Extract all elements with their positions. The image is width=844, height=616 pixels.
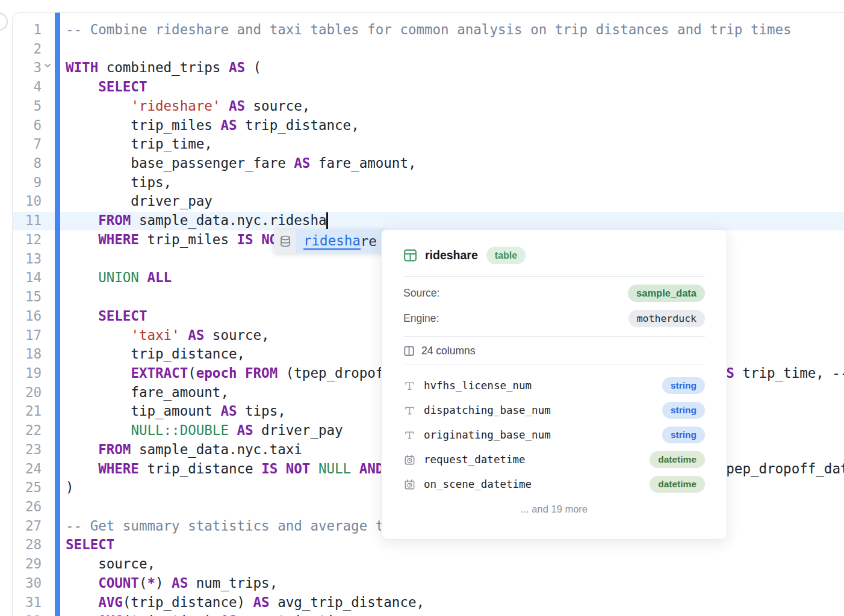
column-name: dispatching_base_num bbox=[424, 404, 662, 416]
line-number[interactable]: 19 bbox=[13, 364, 42, 383]
code-token: -- Combine rideshare and taxi tables for… bbox=[66, 22, 792, 37]
code-token bbox=[66, 575, 98, 591]
column-type-badge: string bbox=[662, 377, 705, 394]
line-number[interactable]: 28 bbox=[13, 535, 42, 555]
code-token bbox=[66, 365, 131, 381]
code-line[interactable]: trip_time, bbox=[66, 135, 844, 154]
code-line[interactable] bbox=[66, 40, 844, 59]
line-number[interactable]: 22 bbox=[13, 421, 42, 440]
code-token: SELECT bbox=[98, 79, 147, 94]
line-number[interactable]: 23 bbox=[13, 440, 42, 460]
line-number[interactable]: 6 bbox=[13, 116, 42, 135]
code-token: driver_pay bbox=[66, 193, 213, 209]
column-row: originating_base_num string bbox=[403, 427, 705, 443]
code-line[interactable]: COUNT(*) AS num_trips, bbox=[66, 574, 844, 593]
line-number[interactable]: 1 bbox=[13, 20, 42, 40]
line-number[interactable]: 11 bbox=[13, 211, 42, 230]
line-number[interactable]: 10 bbox=[13, 192, 42, 211]
code-token bbox=[180, 327, 188, 343]
code-line[interactable]: driver_pay bbox=[66, 192, 844, 211]
column-row: on_scene_datetime datetime bbox=[403, 476, 705, 493]
code-line[interactable]: AVG(trip_distance) AS avg_trip_distance, bbox=[66, 593, 844, 612]
code-token: source, bbox=[66, 556, 155, 571]
code-token bbox=[139, 270, 147, 285]
code-token: trip_miles bbox=[139, 232, 237, 247]
code-line[interactable]: WITH combined_trips AS ( bbox=[66, 58, 844, 78]
table-info-header: rideshare table bbox=[403, 245, 705, 265]
code-line[interactable]: source, bbox=[66, 555, 844, 574]
code-line[interactable]: trip_miles AS trip_distance, bbox=[66, 116, 844, 135]
code-token bbox=[66, 442, 98, 457]
code-token: SELECT bbox=[98, 308, 147, 324]
line-number[interactable]: 7 bbox=[13, 135, 42, 154]
line-number[interactable]: 5 bbox=[13, 97, 42, 116]
code-token bbox=[351, 461, 359, 476]
line-number[interactable]: 14 bbox=[13, 268, 42, 288]
code-token: sample_data.nyc.ridesha bbox=[131, 212, 326, 228]
line-number[interactable]: 18 bbox=[13, 345, 42, 364]
code-token: trip_miles bbox=[66, 117, 220, 133]
code-line[interactable]: 'rideshare' AS source, bbox=[66, 97, 844, 116]
code-token: trip_distance bbox=[139, 461, 261, 476]
code-token: fare_amount, bbox=[310, 155, 416, 171]
code-token bbox=[310, 461, 318, 476]
table-icon bbox=[403, 248, 417, 262]
code-token: WHERE bbox=[98, 232, 139, 247]
line-number[interactable]: 32 bbox=[13, 612, 42, 616]
code-line[interactable]: tips, bbox=[66, 173, 844, 192]
line-number[interactable]: 21 bbox=[13, 402, 42, 421]
code-token bbox=[278, 461, 286, 476]
line-number[interactable]: 31 bbox=[13, 593, 42, 612]
column-row: hvfhs_license_num string bbox=[403, 377, 705, 394]
code-token: AVG bbox=[98, 613, 123, 616]
code-token: source, bbox=[204, 327, 269, 343]
code-token: IS bbox=[261, 461, 278, 476]
code-token: avg_trip_distance, bbox=[270, 594, 424, 610]
code-token: AS bbox=[229, 98, 245, 114]
code-line[interactable]: SELECT bbox=[66, 78, 844, 97]
code-line[interactable]: base_passenger_fare AS fare_amount, bbox=[66, 154, 844, 173]
line-number[interactable]: 8 bbox=[13, 154, 42, 173]
code-token: ) bbox=[66, 479, 74, 495]
code-token: ALL bbox=[147, 270, 172, 285]
more-columns-text: ... and 19 more bbox=[403, 501, 705, 517]
line-number[interactable]: 17 bbox=[13, 326, 42, 345]
line-number[interactable]: 27 bbox=[13, 517, 42, 536]
code-line[interactable]: AVG(trip_time) AS avg_trip_time, bbox=[66, 612, 844, 616]
code-token: AS bbox=[220, 613, 237, 616]
code-token bbox=[220, 98, 229, 114]
code-token: AS bbox=[253, 594, 270, 610]
editor-accent-bar bbox=[55, 13, 60, 616]
line-number[interactable]: 20 bbox=[13, 383, 42, 402]
line-number[interactable]: 26 bbox=[13, 497, 42, 517]
code-token: 'rideshare' bbox=[131, 98, 220, 114]
line-number[interactable]: 9 bbox=[13, 173, 42, 192]
line-number[interactable]: 30 bbox=[13, 574, 42, 593]
line-number[interactable]: 2 bbox=[13, 40, 42, 59]
line-number[interactable]: 25 bbox=[13, 478, 42, 497]
line-number[interactable]: 15 bbox=[13, 288, 42, 307]
column-type-badge: string bbox=[662, 427, 705, 443]
code-token: AND bbox=[359, 461, 384, 476]
code-line[interactable]: -- Combine rideshare and taxi tables for… bbox=[66, 20, 844, 40]
code-line[interactable]: FROM sample_data.nyc.ridesha bbox=[66, 211, 844, 230]
fold-chevron-icon[interactable] bbox=[43, 61, 55, 73]
line-number[interactable]: 4 bbox=[13, 78, 42, 97]
line-number[interactable]: 16 bbox=[13, 307, 42, 326]
autocomplete-item-rideshare[interactable]: rideshare bbox=[296, 230, 388, 253]
line-number[interactable]: 3 bbox=[13, 58, 42, 78]
column-row: request_datetime datetime bbox=[403, 451, 705, 468]
line-number[interactable]: 29 bbox=[13, 555, 42, 574]
table-info-card: rideshare table Source: sample_data Engi… bbox=[381, 229, 727, 540]
text-cursor bbox=[326, 212, 328, 229]
database-icon bbox=[274, 230, 296, 253]
editor-gutter: 1234567891011121314151617181920212223242… bbox=[13, 20, 42, 616]
code-token bbox=[66, 270, 98, 285]
code-token: UNION bbox=[98, 270, 139, 285]
line-number[interactable]: 12 bbox=[13, 230, 42, 250]
line-number[interactable]: 24 bbox=[13, 460, 42, 479]
line-number[interactable]: 13 bbox=[13, 250, 42, 269]
code-token: AS bbox=[220, 403, 237, 419]
code-token: combined_trips bbox=[98, 60, 229, 75]
string-type-icon bbox=[403, 380, 415, 392]
